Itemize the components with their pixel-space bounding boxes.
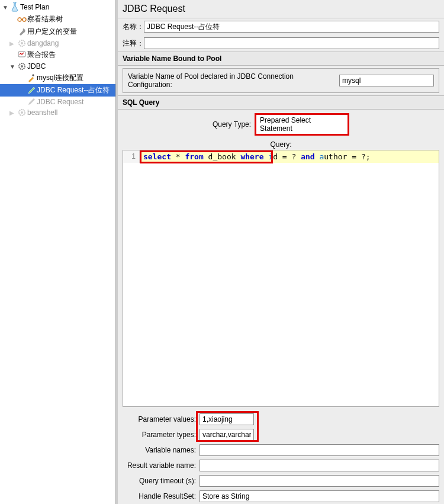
report-icon bbox=[18, 50, 26, 60]
param-types-input[interactable] bbox=[200, 429, 254, 441]
param-types-label: Parameter types: bbox=[123, 431, 200, 439]
wrench-icon bbox=[18, 28, 26, 36]
svg-point-6 bbox=[21, 65, 23, 68]
tree-item-results[interactable]: 察看结果树 bbox=[0, 13, 115, 25]
tree-item-dangdang[interactable]: ▶ dangdang bbox=[0, 38, 115, 49]
pool-label: Variable Name of Pool declared in JDBC C… bbox=[128, 72, 337, 89]
line-number: 1 bbox=[123, 150, 140, 163]
timeout-label: Query timeout (s): bbox=[123, 477, 200, 485]
name-input[interactable] bbox=[144, 21, 439, 33]
pool-input[interactable] bbox=[339, 75, 434, 86]
param-values-label: Parameter values: bbox=[123, 415, 200, 423]
flask-icon bbox=[11, 2, 19, 12]
sql-line[interactable]: select * from d_book where id = ? and au… bbox=[140, 150, 439, 163]
tree-root-label: Test Plan bbox=[20, 3, 49, 11]
query-label: Query: bbox=[123, 139, 439, 150]
glasses-icon bbox=[17, 16, 27, 23]
svg-point-0 bbox=[18, 18, 21, 21]
svg-point-1 bbox=[22, 18, 26, 21]
tree-panel: ▼ Test Plan 察看结果树 用户定义的变量 bbox=[0, 0, 116, 504]
tree-root[interactable]: ▼ Test Plan bbox=[0, 1, 115, 13]
varnames-input[interactable] bbox=[200, 444, 439, 456]
comment-label: 注释： bbox=[123, 38, 144, 49]
comment-input[interactable] bbox=[144, 37, 439, 49]
page-title: JDBC Request bbox=[118, 0, 444, 18]
tree-item-beanshell[interactable]: ▶ beanshell bbox=[0, 107, 115, 118]
main-panel: JDBC Request 名称： 注释： Variable Name Bound… bbox=[116, 0, 444, 504]
query-type-select[interactable]: Prepared Select Statement bbox=[255, 113, 349, 136]
dropper-icon bbox=[27, 98, 36, 106]
svg-point-8 bbox=[21, 111, 23, 114]
varnames-label: Variable names: bbox=[123, 446, 200, 454]
tools-icon bbox=[27, 74, 36, 82]
timeout-input[interactable] bbox=[200, 475, 439, 487]
svg-point-3 bbox=[21, 42, 23, 44]
gear-icon bbox=[18, 62, 26, 70]
resultvar-input[interactable] bbox=[200, 460, 439, 471]
resultset-select[interactable] bbox=[200, 490, 439, 502]
dropper-icon bbox=[27, 86, 36, 95]
gear-icon bbox=[18, 39, 26, 47]
param-values-input[interactable] bbox=[200, 413, 254, 425]
tree-item-jdbc[interactable]: ▼ JDBC bbox=[0, 61, 115, 72]
resultset-label: Handle ResultSet: bbox=[123, 492, 200, 500]
pool-section-header: Variable Name Bound to Pool bbox=[118, 52, 444, 66]
tree-item-uservars[interactable]: 用户定义的变量 bbox=[0, 25, 115, 38]
query-type-label: Query Type: bbox=[213, 120, 251, 129]
sql-section-header: SQL Query bbox=[118, 95, 444, 110]
resultvar-label: Result variable name: bbox=[123, 461, 200, 470]
tree-item-mysql-config[interactable]: mysql连接配置 bbox=[0, 72, 115, 84]
tree-item-jdbc-request-disabled[interactable]: JDBC Request bbox=[0, 97, 115, 107]
tree-item-aggregate[interactable]: 聚合报告 bbox=[0, 49, 115, 61]
name-label: 名称： bbox=[123, 22, 144, 32]
gear-icon bbox=[18, 108, 26, 117]
sql-editor[interactable]: 1 select * from d_book where id = ? and … bbox=[123, 150, 439, 407]
tree-item-jdbc-placeholder[interactable]: JDBC Request--占位符 bbox=[0, 84, 115, 97]
